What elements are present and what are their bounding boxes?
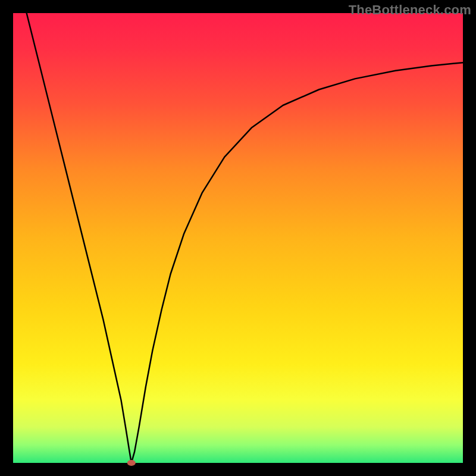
chart-container: TheBottleneck.com bbox=[0, 0, 476, 476]
optimum-point-marker bbox=[127, 460, 136, 466]
watermark-text: TheBottleneck.com bbox=[349, 2, 471, 18]
bottleneck-chart bbox=[0, 0, 476, 476]
chart-background-gradient bbox=[13, 13, 463, 463]
